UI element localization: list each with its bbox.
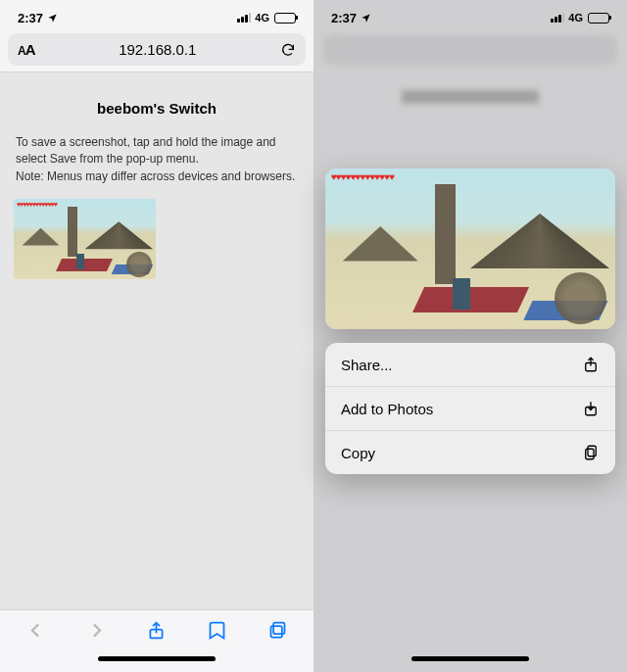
network-label: 4G bbox=[255, 12, 269, 24]
battery-icon bbox=[588, 13, 609, 24]
back-button[interactable] bbox=[25, 620, 46, 641]
menu-label: Add to Photos bbox=[341, 401, 433, 417]
svg-rect-5 bbox=[588, 446, 596, 456]
bookmarks-button[interactable] bbox=[207, 620, 227, 641]
status-bar: 2:37 4G bbox=[0, 6, 314, 29]
share-icon bbox=[582, 356, 600, 373]
menu-copy[interactable]: Copy bbox=[325, 431, 615, 474]
status-time: 2:37 bbox=[18, 11, 43, 25]
text-size-button[interactable]: AA bbox=[18, 41, 35, 58]
menu-share[interactable]: Share... bbox=[325, 343, 615, 387]
page-content: beebom's Switch To save a screenshot, ta… bbox=[0, 72, 314, 609]
svg-rect-6 bbox=[586, 449, 594, 459]
refresh-icon[interactable] bbox=[280, 42, 296, 58]
page-title: beebom's Switch bbox=[14, 100, 300, 117]
image-preview[interactable]: ♥♥♥♥♥♥♥♥♥♥♥♥♥ bbox=[325, 168, 615, 329]
cell-signal-icon bbox=[237, 13, 251, 23]
home-indicator[interactable] bbox=[0, 650, 314, 672]
svg-rect-1 bbox=[273, 623, 284, 634]
home-indicator[interactable] bbox=[314, 650, 627, 672]
context-menu: Share... Add to Photos Copy bbox=[325, 343, 615, 474]
cell-signal-icon bbox=[551, 13, 564, 23]
download-icon bbox=[582, 400, 600, 417]
url-text[interactable]: 192.168.0.1 bbox=[35, 41, 280, 58]
status-time: 2:37 bbox=[331, 11, 357, 25]
forward-button[interactable] bbox=[86, 620, 107, 641]
url-bar[interactable]: AA 192.168.0.1 bbox=[8, 33, 306, 66]
screenshot-thumbnail[interactable]: ♥♥♥♥♥♥♥♥♥♥♥♥♥ bbox=[14, 199, 156, 279]
battery-icon bbox=[274, 13, 296, 24]
safari-toolbar bbox=[0, 609, 314, 650]
menu-label: Share... bbox=[341, 357, 393, 373]
copy-icon bbox=[582, 444, 600, 461]
location-icon bbox=[47, 13, 58, 24]
blurred-background bbox=[314, 0, 627, 672]
svg-rect-2 bbox=[270, 626, 281, 637]
location-icon bbox=[361, 13, 371, 24]
menu-label: Copy bbox=[341, 445, 375, 461]
tabs-button[interactable] bbox=[267, 620, 288, 641]
instructions-text: To save a screenshot, tap and hold the i… bbox=[14, 134, 300, 185]
menu-add-to-photos[interactable]: Add to Photos bbox=[325, 387, 615, 431]
share-button[interactable] bbox=[146, 620, 167, 641]
phone-left: 2:37 4G AA 192.168.0.1 beebom's Switch T… bbox=[0, 0, 314, 672]
network-label: 4G bbox=[568, 12, 583, 24]
phone-right: 2:37 4G ♥♥♥♥♥♥♥♥♥♥♥♥♥ Share... Add to Ph… bbox=[314, 0, 627, 672]
status-bar: 2:37 4G bbox=[314, 6, 627, 29]
